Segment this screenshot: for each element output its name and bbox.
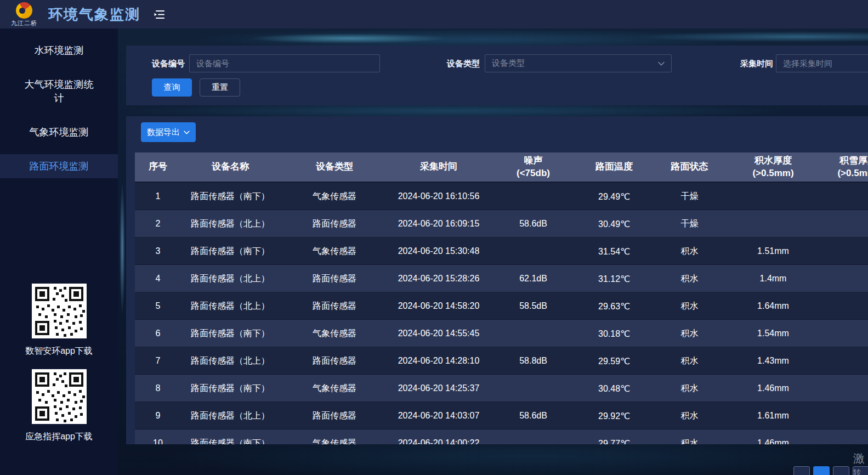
column-header: 路面温度	[578, 161, 650, 173]
cell-device-name: 路面传感器（北上）	[181, 273, 280, 285]
table-row[interactable]: 10 路面传感器（南下） 气象传感器 2024-06-20 14:00:22 2…	[135, 429, 868, 444]
column-subtitle: (>0.5mm)	[729, 167, 817, 179]
table-row[interactable]: 5 路面传感器（北上） 路面传感器 2024-06-20 14:58:20 58…	[135, 292, 868, 320]
table-row[interactable]: 1 路面传感器（南下） 气象传感器 2024-06-20 16:10:56 29…	[135, 183, 868, 210]
cell-road-temp: 29.63℃	[578, 301, 650, 312]
cell-road-temp: 31.12℃	[578, 274, 650, 284]
table-row[interactable]: 6 路面传感器（南下） 气象传感器 2024-06-20 14:55:45 30…	[135, 320, 868, 347]
cell-noise: 58.5dB	[488, 301, 578, 311]
table-row[interactable]: 9 路面传感器（北上） 路面传感器 2024-06-20 14:03:07 58…	[135, 402, 868, 429]
table-row[interactable]: 4 路面传感器（北上） 路面传感器 2024-06-20 15:28:26 62…	[135, 265, 868, 292]
qr-label: 应急指挥app下载	[0, 431, 118, 443]
column-header: 积水厚度 (>0.5mm)	[729, 155, 817, 179]
column-header: 序号	[135, 161, 181, 173]
device-type-select[interactable]: 设备类型	[485, 54, 672, 72]
cell-collect-time: 2024-06-20 15:28:26	[389, 274, 488, 284]
cell-road-status: 积水	[650, 438, 729, 445]
logo-text: 九江二桥	[11, 19, 37, 27]
sidebar-item[interactable]: 路面环境监测	[0, 154, 118, 178]
column-title: 噪声	[524, 155, 543, 166]
column-header: 设备类型	[280, 161, 389, 173]
filter-panel: 设备编号 设备类型 设备类型 采集时间 查询 重置	[126, 46, 868, 105]
cell-collect-time: 2024-06-20 14:03:07	[389, 411, 488, 421]
sidebar-menu: 水环境监测 大气环境监测统计 气象环境监测 路面环境监测	[0, 38, 118, 178]
cell-index: 10	[135, 438, 181, 444]
page-button[interactable]	[833, 466, 849, 475]
cell-water-depth: 1.51mm	[729, 246, 817, 256]
cell-device-name: 路面传感器（北上）	[181, 301, 280, 312]
device-no-label: 设备编号	[152, 54, 185, 72]
table-row[interactable]: 2 路面传感器（北上） 路面传感器 2024-06-20 16:09:15 58…	[135, 210, 868, 238]
column-title: 路面状态	[671, 161, 708, 172]
column-header: 设备名称	[181, 161, 280, 173]
collect-time-input[interactable]	[776, 54, 868, 72]
device-type-label: 设备类型	[447, 54, 480, 72]
cell-index: 3	[135, 246, 181, 256]
qr-group: 应急指挥app下载	[0, 369, 118, 443]
sidebar-item[interactable]: 水环境监测	[0, 38, 118, 63]
cell-device-type: 路面传感器	[280, 410, 389, 422]
content-panel: 数据导出 序号 设备名称 设备类型	[126, 116, 868, 444]
cell-collect-time: 2024-06-20 14:55:45	[389, 329, 488, 338]
page-button[interactable]	[813, 466, 830, 475]
sidebar-item-label: 气象环境监测	[30, 127, 89, 138]
cell-water-depth: 1.64mm	[729, 301, 817, 311]
column-title: 序号	[149, 161, 167, 172]
cell-device-type: 气象传感器	[280, 246, 389, 257]
sidebar-item-label: 水环境监测	[35, 45, 84, 56]
column-subtitle: (<75db)	[488, 167, 578, 179]
sidebar-item-label: 大气环境监测统计	[25, 79, 94, 103]
cell-water-depth: 1.54mm	[729, 329, 817, 338]
column-title: 设备类型	[316, 161, 353, 172]
table-row[interactable]: 3 路面传感器（南下） 气象传感器 2024-06-20 15:30:48 31…	[135, 238, 868, 265]
column-subtitle: (>0.5mm)	[817, 167, 868, 179]
data-export-label: 数据导出	[147, 127, 180, 138]
sidebar-item[interactable]: 气象环境监测	[0, 120, 118, 144]
cell-road-temp: 29.77℃	[578, 438, 650, 445]
column-title: 积水厚度	[754, 155, 792, 166]
cell-device-type: 路面传感器	[280, 273, 389, 285]
cell-index: 2	[135, 219, 181, 229]
data-export-button[interactable]: 数据导出	[141, 122, 196, 142]
cell-device-type: 气象传感器	[280, 383, 389, 394]
column-title: 设备名称	[212, 161, 249, 172]
qr-code-image	[32, 284, 87, 338]
chevron-down-icon	[184, 131, 190, 134]
page-title: 环境气象监测	[48, 5, 140, 24]
cell-water-depth: 1.46mm	[729, 438, 817, 444]
column-title: 路面温度	[595, 161, 633, 172]
query-button[interactable]: 查询	[152, 78, 192, 97]
watermark-line1: 激	[853, 451, 865, 466]
cell-road-temp: 29.92℃	[578, 411, 650, 421]
cell-road-temp: 31.54℃	[578, 246, 650, 257]
cell-index: 6	[135, 329, 181, 338]
app-logo: 九江二桥	[9, 2, 39, 27]
cell-water-depth: 1.61mm	[729, 411, 817, 421]
activation-watermark: 激 转	[853, 451, 865, 475]
cell-device-type: 路面传感器	[280, 355, 389, 367]
device-no-input[interactable]	[189, 54, 380, 72]
cell-noise: 58.8dB	[488, 356, 578, 366]
cell-road-temp: 30.48℃	[578, 383, 650, 394]
cell-water-depth: 1.4mm	[729, 274, 817, 284]
table-row[interactable]: 7 路面传感器（北上） 路面传感器 2024-06-20 14:28:10 58…	[135, 347, 868, 375]
cell-device-type: 路面传感器	[280, 218, 389, 230]
table-row[interactable]: 8 路面传感器（南下） 气象传感器 2024-06-20 14:25:37 30…	[135, 375, 868, 402]
sidebar-item[interactable]: 大气环境监测统计	[0, 72, 118, 110]
cell-index: 4	[135, 274, 181, 284]
cell-road-status: 积水	[650, 273, 729, 285]
page-button[interactable]	[793, 466, 810, 475]
cell-road-status: 干燥	[650, 191, 729, 202]
qr-code-image	[32, 369, 87, 424]
cell-collect-time: 2024-06-20 15:30:48	[389, 246, 488, 256]
reset-button[interactable]: 重置	[200, 78, 240, 97]
cell-index: 7	[135, 356, 181, 366]
cell-road-status: 积水	[650, 383, 729, 394]
column-header: 积雪厚度 (>0.5mm)	[817, 155, 868, 179]
cell-collect-time: 2024-06-20 14:00:22	[389, 438, 488, 444]
sidebar: 水环境监测 大气环境监测统计 气象环境监测 路面环境监测	[0, 29, 118, 475]
cell-road-status: 积水	[650, 301, 729, 312]
table-header-row: 序号 设备名称 设备类型 采集时间	[135, 152, 868, 183]
cell-device-name: 路面传感器（南下）	[181, 438, 280, 445]
menu-fold-icon[interactable]	[154, 9, 166, 20]
